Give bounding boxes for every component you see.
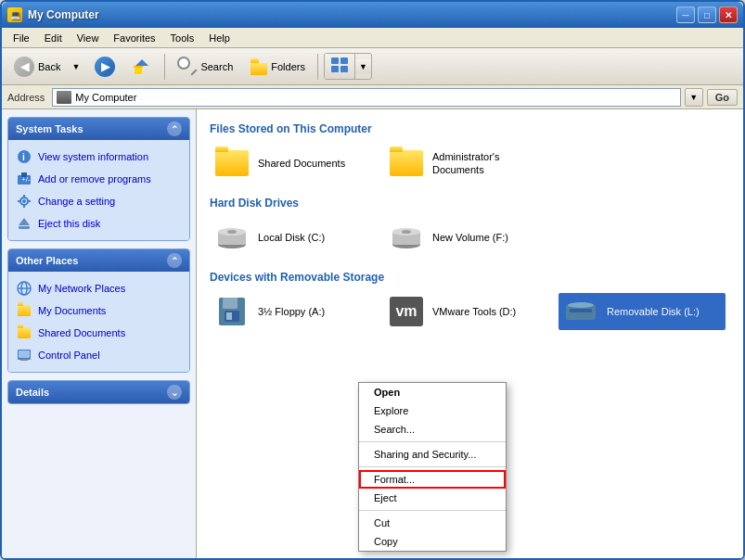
address-value: My Computer bbox=[75, 92, 136, 103]
back-label: Back bbox=[38, 61, 60, 72]
add-remove-icon: +/- bbox=[16, 171, 32, 187]
vmware-text: vm bbox=[395, 303, 417, 320]
menu-bar: File Edit View Favorites Tools Help bbox=[2, 28, 743, 48]
other-places-body: My Network Places My Documents bbox=[8, 272, 189, 372]
toolbar-separator-2 bbox=[317, 54, 318, 80]
link-network-places[interactable]: My Network Places bbox=[12, 277, 186, 299]
svg-rect-0 bbox=[135, 68, 142, 74]
ctx-copy[interactable]: Copy bbox=[359, 532, 506, 551]
link-add-remove-programs[interactable]: +/- Add or remove programs bbox=[12, 168, 186, 190]
toolbar: ◀ Back ▼ ▶ Search bbox=[2, 48, 743, 85]
ctx-explore[interactable]: Explore bbox=[359, 401, 506, 420]
link-eject-disk[interactable]: Eject this disk bbox=[12, 212, 186, 235]
back-icon: ◀ bbox=[14, 57, 34, 77]
new-volume-f-label: New Volume (F:) bbox=[432, 231, 508, 244]
search-button[interactable]: Search bbox=[171, 53, 239, 81]
folders-icon bbox=[250, 58, 268, 75]
address-bar: Address My Computer ▼ Go bbox=[2, 85, 743, 109]
back-button[interactable]: ◀ Back bbox=[7, 53, 67, 81]
link-view-system-info[interactable]: i View system information bbox=[12, 146, 186, 168]
floppy-svg bbox=[217, 296, 247, 327]
address-dropdown-btn[interactable]: ▼ bbox=[685, 88, 703, 107]
view-button[interactable]: ▼ bbox=[324, 53, 372, 80]
svg-rect-19 bbox=[19, 226, 30, 229]
svg-rect-5 bbox=[331, 66, 339, 72]
files-grid: Shared Documents Administrator's Documen… bbox=[210, 145, 730, 182]
control-panel-icon bbox=[16, 347, 32, 363]
details-title: Details bbox=[16, 387, 49, 398]
go-label: Go bbox=[715, 92, 729, 103]
context-menu: Open Explore Search... Sharing and Secur… bbox=[358, 382, 507, 552]
shared-docs-folder-icon bbox=[213, 148, 250, 178]
link-network-label: My Network Places bbox=[38, 283, 125, 294]
forward-icon: ▶ bbox=[95, 57, 115, 77]
info-icon: i bbox=[16, 148, 32, 165]
menu-tools[interactable]: Tools bbox=[163, 31, 202, 45]
details-collapse-icon: ⌄ bbox=[167, 385, 182, 400]
folders-button[interactable]: Folders bbox=[243, 55, 312, 79]
local-disk-icon bbox=[213, 223, 250, 252]
minimize-button[interactable]: ─ bbox=[676, 6, 695, 23]
view-main[interactable] bbox=[325, 54, 355, 79]
left-panel: System Tasks ⌃ i View system information bbox=[2, 109, 197, 560]
ctx-open[interactable]: Open bbox=[359, 383, 506, 401]
link-control-panel[interactable]: Control Panel bbox=[12, 344, 186, 366]
item-admin-documents[interactable]: Administrator's Documents bbox=[384, 145, 551, 182]
item-shared-documents[interactable]: Shared Documents bbox=[210, 145, 377, 182]
removable-svg bbox=[564, 299, 597, 324]
address-go-btn[interactable]: Go bbox=[707, 89, 738, 106]
svg-point-39 bbox=[568, 302, 594, 308]
ctx-separator-3 bbox=[359, 510, 506, 511]
item-removable-l[interactable]: Removable Disk (L:) bbox=[559, 293, 726, 330]
window-title: My Computer bbox=[28, 8, 99, 21]
menu-view[interactable]: View bbox=[70, 31, 107, 45]
system-tasks-body: i View system information +/- bbox=[8, 140, 189, 240]
ctx-eject[interactable]: Eject bbox=[359, 489, 506, 507]
vmware-d-label: VMware Tools (D:) bbox=[432, 305, 516, 318]
svg-text:i: i bbox=[22, 152, 25, 162]
menu-help[interactable]: Help bbox=[201, 31, 238, 45]
new-volume-icon bbox=[388, 223, 425, 252]
svg-rect-1 bbox=[134, 66, 143, 68]
item-local-disk-c[interactable]: Local Disk (C:) bbox=[210, 219, 377, 256]
link-shared-documents[interactable]: Shared Documents bbox=[12, 322, 186, 344]
view-dropdown[interactable]: ▼ bbox=[355, 59, 371, 74]
forward-button[interactable]: ▶ bbox=[88, 53, 122, 81]
title-bar: 💻 My Computer ─ □ ✕ bbox=[2, 2, 743, 28]
ctx-format[interactable]: Format... bbox=[359, 470, 506, 489]
removable-disk-icon bbox=[562, 297, 599, 326]
up-button[interactable] bbox=[125, 53, 159, 81]
menu-file[interactable]: File bbox=[6, 31, 37, 45]
item-vmware-d[interactable]: vm VMware Tools (D:) bbox=[384, 293, 551, 330]
details-header[interactable]: Details ⌄ bbox=[8, 381, 189, 403]
local-disk-c-label: Local Disk (C:) bbox=[258, 231, 325, 244]
vmware-box: vm bbox=[390, 297, 423, 326]
other-places-collapse-icon: ⌃ bbox=[167, 253, 182, 268]
other-places-section: Other Places ⌃ My Network Places bbox=[7, 248, 190, 373]
close-button[interactable]: ✕ bbox=[719, 6, 738, 23]
shared-docs-label: Shared Documents bbox=[258, 157, 345, 170]
item-floppy-a[interactable]: 3½ Floppy (A:) bbox=[210, 293, 377, 330]
svg-rect-17 bbox=[28, 200, 31, 202]
address-input[interactable]: My Computer bbox=[52, 88, 680, 107]
menu-favorites[interactable]: Favorites bbox=[106, 31, 162, 45]
other-places-header[interactable]: Other Places ⌃ bbox=[8, 249, 189, 272]
ctx-sharing[interactable]: Sharing and Security... bbox=[359, 445, 506, 464]
maximize-button[interactable]: □ bbox=[698, 6, 716, 23]
floppy-icon bbox=[213, 297, 250, 326]
search-label: Search bbox=[200, 61, 233, 72]
link-my-documents[interactable]: My Documents bbox=[12, 299, 186, 322]
network-icon bbox=[16, 280, 32, 297]
svg-rect-3 bbox=[331, 57, 339, 64]
link-change-setting[interactable]: Change a setting bbox=[12, 190, 186, 212]
ctx-cut[interactable]: Cut bbox=[359, 514, 506, 532]
item-new-volume-f[interactable]: New Volume (F:) bbox=[384, 219, 551, 256]
search-icon bbox=[177, 57, 198, 77]
svg-marker-18 bbox=[19, 218, 30, 225]
back-dropdown[interactable]: ▼ bbox=[67, 58, 84, 75]
toolbar-separator-1 bbox=[164, 54, 165, 80]
svg-marker-2 bbox=[135, 59, 148, 66]
menu-edit[interactable]: Edit bbox=[37, 31, 70, 45]
ctx-search[interactable]: Search... bbox=[359, 420, 506, 439]
system-tasks-header[interactable]: System Tasks ⌃ bbox=[8, 118, 189, 140]
